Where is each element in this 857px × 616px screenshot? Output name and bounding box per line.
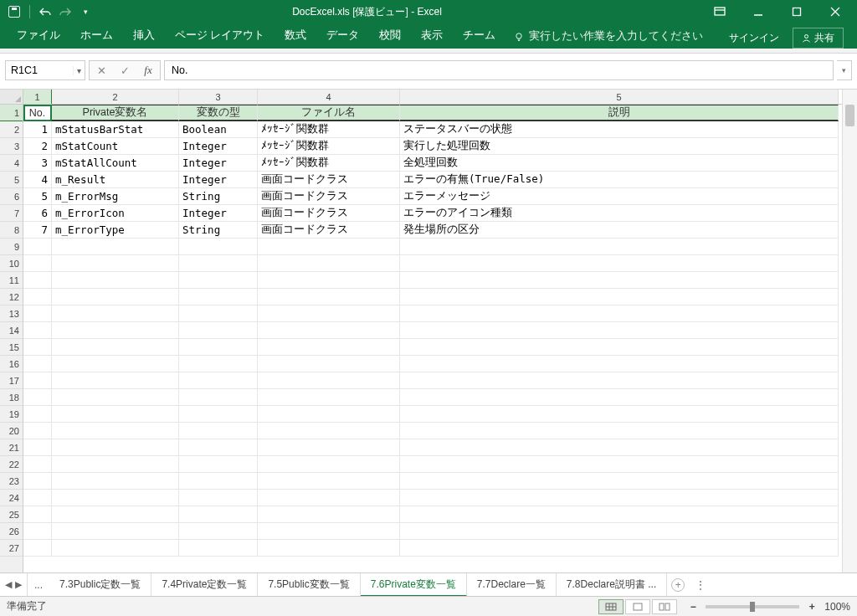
row-header-22[interactable]: 22 [0, 456, 23, 473]
empty-cell[interactable] [400, 389, 839, 406]
empty-cell[interactable] [52, 490, 179, 506]
cell-file[interactable]: ﾒｯｾｰｼﾞ関数群 [258, 138, 400, 155]
enter-formula-button[interactable]: ✓ [113, 64, 136, 77]
cell-file[interactable]: 画面コードクラス [258, 205, 400, 222]
row-header-12[interactable]: 12 [0, 289, 23, 305]
cell-file[interactable]: 画面コードクラス [258, 172, 400, 188]
empty-cell[interactable] [179, 389, 258, 406]
empty-cell[interactable] [23, 456, 52, 473]
tab-review[interactable]: 校閲 [369, 23, 411, 49]
empty-cell[interactable] [179, 540, 258, 557]
vertical-scrollbar[interactable] [842, 90, 857, 572]
empty-cell[interactable] [179, 322, 258, 339]
tab-view[interactable]: 表示 [411, 23, 453, 49]
empty-cell[interactable] [23, 473, 52, 490]
tab-insert[interactable]: 挿入 [123, 23, 165, 49]
empty-cell[interactable] [400, 289, 839, 305]
row-header-24[interactable]: 24 [0, 490, 23, 506]
row-header-26[interactable]: 26 [0, 523, 23, 540]
row-header-9[interactable]: 9 [0, 239, 23, 255]
cell-name[interactable]: mStatAllCount [52, 155, 179, 172]
empty-cell[interactable] [258, 255, 400, 272]
tab-file[interactable]: ファイル [7, 23, 70, 49]
empty-cell[interactable] [52, 540, 179, 557]
sheet-tab-menu-button[interactable]: ⋮ [689, 573, 712, 596]
empty-cell[interactable] [23, 239, 52, 255]
header-cell-name[interactable]: Private変数名 [52, 105, 179, 121]
formula-expand-button[interactable]: ▾ [837, 60, 852, 80]
cell-desc[interactable]: 発生場所の区分 [400, 222, 839, 239]
header-cell-desc[interactable]: 説明 [400, 105, 839, 121]
empty-cell[interactable] [23, 339, 52, 356]
column-header-4[interactable]: 4 [258, 90, 400, 104]
empty-cell[interactable] [400, 490, 839, 506]
empty-cell[interactable] [258, 305, 400, 322]
header-cell-type[interactable]: 変数の型 [179, 105, 258, 121]
empty-cell[interactable] [23, 372, 52, 389]
row-header-17[interactable]: 17 [0, 372, 23, 389]
empty-cell[interactable] [23, 423, 52, 439]
zoom-level[interactable]: 100% [824, 601, 850, 613]
row-header-21[interactable]: 21 [0, 439, 23, 456]
empty-cell[interactable] [179, 255, 258, 272]
empty-cell[interactable] [52, 406, 179, 423]
empty-cell[interactable] [52, 272, 179, 289]
minimize-button[interactable] [747, 3, 770, 20]
cell-no[interactable]: 6 [23, 205, 52, 222]
empty-cell[interactable] [23, 389, 52, 406]
row-header-3[interactable]: 3 [0, 138, 23, 155]
empty-cell[interactable] [52, 356, 179, 372]
empty-cell[interactable] [179, 473, 258, 490]
empty-cell[interactable] [400, 272, 839, 289]
cell-file[interactable]: 画面コードクラス [258, 188, 400, 205]
maximize-button[interactable] [785, 3, 808, 20]
zoom-slider[interactable] [706, 605, 799, 608]
empty-cell[interactable] [258, 456, 400, 473]
empty-cell[interactable] [179, 305, 258, 322]
cell-name[interactable]: m_ErrorIcon [52, 205, 179, 222]
empty-cell[interactable] [258, 523, 400, 540]
row-header-23[interactable]: 23 [0, 473, 23, 490]
empty-cell[interactable] [52, 473, 179, 490]
cell-type[interactable]: Integer [179, 205, 258, 222]
header-cell-no[interactable]: No. [23, 105, 52, 121]
column-header-1[interactable]: 1 [23, 90, 52, 104]
empty-cell[interactable] [23, 523, 52, 540]
cell-file[interactable]: 画面コードクラス [258, 222, 400, 239]
empty-cell[interactable] [258, 289, 400, 305]
empty-cell[interactable] [179, 339, 258, 356]
empty-cell[interactable] [52, 423, 179, 439]
empty-cell[interactable] [400, 339, 839, 356]
empty-cell[interactable] [400, 523, 839, 540]
tell-me-search[interactable]: 実行したい作業を入力してください [505, 24, 711, 49]
empty-cell[interactable] [400, 255, 839, 272]
tab-data[interactable]: データ [316, 23, 369, 49]
row-header-16[interactable]: 16 [0, 356, 23, 372]
sheet-tab[interactable]: 7.6Private変数一覧 [361, 573, 467, 597]
empty-cell[interactable] [52, 239, 179, 255]
empty-cell[interactable] [52, 456, 179, 473]
empty-cell[interactable] [23, 540, 52, 557]
empty-cell[interactable] [52, 255, 179, 272]
empty-cell[interactable] [258, 439, 400, 456]
save-button[interactable] [7, 4, 22, 19]
empty-cell[interactable] [23, 439, 52, 456]
column-header-2[interactable]: 2 [52, 90, 179, 104]
row-header-18[interactable]: 18 [0, 389, 23, 406]
qat-customize-button[interactable]: ▾ [78, 4, 93, 19]
row-header-13[interactable]: 13 [0, 305, 23, 322]
row-header-6[interactable]: 6 [0, 188, 23, 205]
row-header-11[interactable]: 11 [0, 272, 23, 289]
row-header-5[interactable]: 5 [0, 172, 23, 188]
cell-desc[interactable]: エラーのアイコン種類 [400, 205, 839, 222]
ribbon-display-button[interactable] [708, 3, 731, 20]
header-cell-file[interactable]: ファイル名 [258, 105, 400, 121]
cell-name[interactable]: m_Result [52, 172, 179, 188]
empty-cell[interactable] [23, 490, 52, 506]
next-sheet-button[interactable]: ▶ [15, 579, 22, 590]
name-box-input[interactable] [6, 64, 73, 76]
empty-cell[interactable] [23, 305, 52, 322]
cell-no[interactable]: 4 [23, 172, 52, 188]
cell-type[interactable]: String [179, 222, 258, 239]
cell-type[interactable]: Integer [179, 138, 258, 155]
